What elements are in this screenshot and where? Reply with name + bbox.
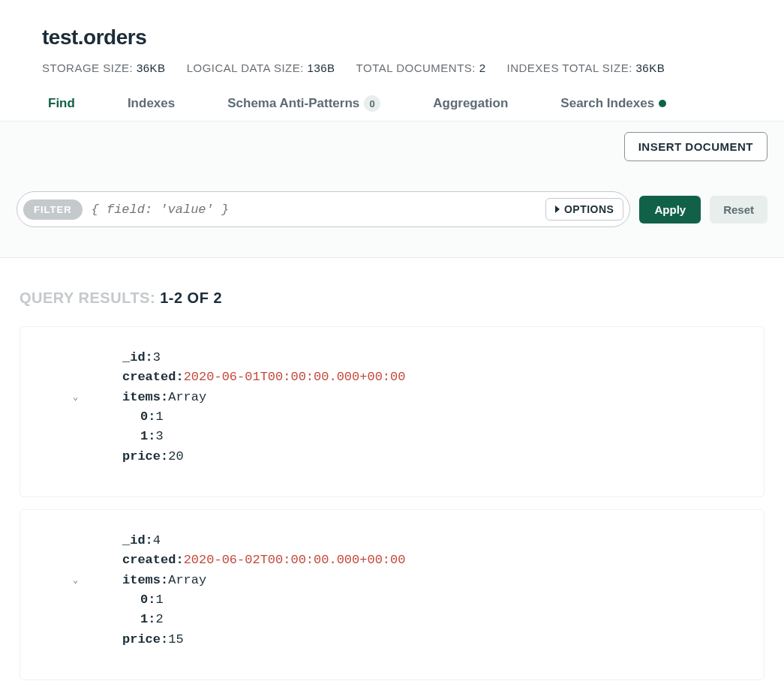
stat-value: 36KB xyxy=(137,62,166,74)
field-items: ⌄ items Array xyxy=(88,571,746,590)
stat-value: 2 xyxy=(479,62,486,74)
stat-total-docs: TOTAL DOCUMENTS: 2 xyxy=(356,62,486,74)
options-button[interactable]: OPTIONS xyxy=(545,198,624,220)
chevron-down-icon[interactable]: ⌄ xyxy=(73,571,78,590)
field-key: items xyxy=(122,388,168,407)
chevron-down-icon[interactable]: ⌄ xyxy=(73,388,78,407)
field-key: 0 xyxy=(140,407,155,427)
stat-label: INDEXES TOTAL SIZE: xyxy=(507,62,632,74)
stat-indexes-size: INDEXES TOTAL SIZE: 36KB xyxy=(507,62,665,74)
caret-right-icon xyxy=(555,206,560,213)
array-item: 0 1 xyxy=(88,590,746,610)
reset-button[interactable]: Reset xyxy=(710,196,767,224)
field-price: price 15 xyxy=(88,630,746,650)
field-value: 3 xyxy=(155,427,163,446)
field-value: 1 xyxy=(155,407,163,427)
field-key: items xyxy=(122,571,168,590)
field-created: created 2020-06-01T00:00:00.000+00:00 xyxy=(88,368,746,387)
field-value: 2 xyxy=(155,610,163,629)
insert-document-button[interactable]: INSERT DOCUMENT xyxy=(624,132,767,161)
document-card: _id 4 created 2020-06-02T00:00:00.000+00… xyxy=(20,509,764,680)
page-title: test.orders xyxy=(42,26,742,50)
stat-value: 36KB xyxy=(636,62,665,74)
schema-badge: 0 xyxy=(364,95,380,112)
tab-aggregation[interactable]: Aggregation xyxy=(433,95,508,112)
results-header: QUERY RESULTS: 1-2 OF 2 xyxy=(20,290,764,307)
tab-search-indexes[interactable]: Search Indexes xyxy=(560,95,666,112)
field-value: 15 xyxy=(168,630,183,650)
stat-label: STORAGE SIZE: xyxy=(42,62,133,74)
field-value: 1 xyxy=(155,590,163,610)
tab-label: Schema Anti-Patterns xyxy=(227,96,359,111)
field-key: 1 xyxy=(140,610,155,629)
status-dot-icon xyxy=(659,100,666,107)
apply-button[interactable]: Apply xyxy=(639,196,701,224)
array-item: 1 2 xyxy=(88,610,746,629)
tab-schema-anti-patterns[interactable]: Schema Anti-Patterns 0 xyxy=(227,95,380,112)
results-area: QUERY RESULTS: 1-2 OF 2 _id 3 created 20… xyxy=(0,258,784,696)
stats-row: STORAGE SIZE: 36KB LOGICAL DATA SIZE: 13… xyxy=(42,62,742,74)
field-value: 2020-06-02T00:00:00.000+00:00 xyxy=(184,550,406,570)
field-price: price 20 xyxy=(88,447,746,466)
stat-value: 136B xyxy=(308,62,335,74)
toolbar: INSERT DOCUMENT FILTER OPTIONS Apply Res… xyxy=(0,121,784,258)
field-value: 2020-06-01T00:00:00.000+00:00 xyxy=(184,368,406,387)
filter-row: FILTER OPTIONS Apply Reset xyxy=(17,191,767,227)
results-label: QUERY RESULTS: xyxy=(20,290,160,306)
array-item: 1 3 xyxy=(88,427,746,446)
stat-label: LOGICAL DATA SIZE: xyxy=(187,62,304,74)
stat-label: TOTAL DOCUMENTS: xyxy=(356,62,476,74)
field-key: created xyxy=(122,368,184,387)
results-range: 1-2 OF 2 xyxy=(160,290,222,306)
field-value: 3 xyxy=(153,348,161,368)
filter-chip: FILTER xyxy=(23,200,83,220)
filter-input[interactable] xyxy=(83,202,545,217)
field-value: 20 xyxy=(168,447,183,466)
field-id: _id 4 xyxy=(88,531,746,550)
field-key: price xyxy=(122,447,168,466)
field-key: _id xyxy=(122,348,153,368)
field-key: price xyxy=(122,630,168,650)
tabs: Find Indexes Schema Anti-Patterns 0 Aggr… xyxy=(42,92,742,121)
stat-storage: STORAGE SIZE: 36KB xyxy=(42,62,166,74)
field-key: 1 xyxy=(140,427,155,446)
field-key: created xyxy=(122,550,184,570)
field-items: ⌄ items Array xyxy=(88,388,746,407)
stat-logical: LOGICAL DATA SIZE: 136B xyxy=(187,62,335,74)
filter-box: FILTER OPTIONS xyxy=(17,191,630,227)
field-created: created 2020-06-02T00:00:00.000+00:00 xyxy=(88,550,746,570)
tab-indexes[interactable]: Indexes xyxy=(128,95,175,112)
field-value: 4 xyxy=(153,531,161,550)
array-item: 0 1 xyxy=(88,407,746,427)
field-key: _id xyxy=(122,531,153,550)
field-value: Array xyxy=(168,571,206,590)
tab-find[interactable]: Find xyxy=(48,95,75,112)
document-card: _id 3 created 2020-06-01T00:00:00.000+00… xyxy=(20,326,764,497)
field-id: _id 3 xyxy=(88,348,746,368)
field-key: 0 xyxy=(140,590,155,610)
options-label: OPTIONS xyxy=(564,203,614,215)
header: test.orders STORAGE SIZE: 36KB LOGICAL D… xyxy=(0,0,784,121)
tab-label: Search Indexes xyxy=(560,96,654,111)
field-value: Array xyxy=(168,388,206,407)
